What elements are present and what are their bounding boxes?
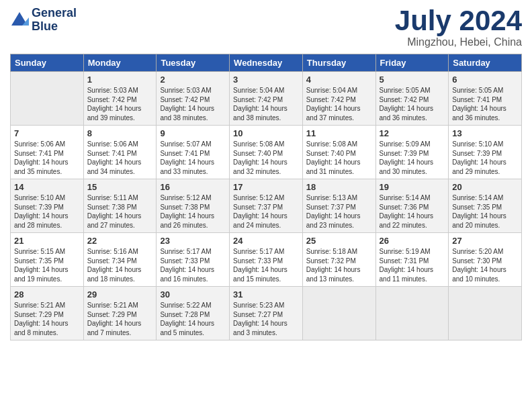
calendar-cell: 17Sunrise: 5:12 AM Sunset: 7:37 PM Dayli… — [230, 179, 303, 233]
cell-info: Sunrise: 5:17 AM Sunset: 7:33 PM Dayligh… — [160, 247, 226, 283]
cell-info: Sunrise: 5:16 AM Sunset: 7:34 PM Dayligh… — [87, 247, 153, 283]
cell-info: Sunrise: 5:14 AM Sunset: 7:36 PM Dayligh… — [380, 193, 445, 230]
day-number: 25 — [306, 236, 372, 246]
calendar-cell: 3Sunrise: 5:04 AM Sunset: 7:42 PM Daylig… — [230, 72, 303, 126]
cell-info: Sunrise: 5:11 AM Sunset: 7:38 PM Dayligh… — [87, 193, 153, 230]
day-number: 24 — [233, 236, 299, 246]
weekday-tuesday: Tuesday — [157, 54, 230, 72]
calendar-cell: 30Sunrise: 5:22 AM Sunset: 7:28 PM Dayli… — [157, 287, 230, 340]
day-number: 7 — [14, 128, 80, 138]
calendar-cell: 1Sunrise: 5:03 AM Sunset: 7:42 PM Daylig… — [83, 72, 157, 126]
weekday-wednesday: Wednesday — [230, 54, 303, 72]
day-number: 21 — [14, 236, 80, 246]
weekday-sunday: Sunday — [11, 54, 84, 72]
cell-info: Sunrise: 5:15 AM Sunset: 7:35 PM Dayligh… — [14, 247, 80, 283]
day-number: 27 — [452, 236, 518, 246]
weekday-saturday: Saturday — [449, 54, 522, 72]
logo-text: General Blue — [32, 7, 77, 34]
day-number: 17 — [233, 182, 299, 192]
day-number: 4 — [306, 75, 372, 85]
day-number: 6 — [452, 75, 518, 85]
weekday-monday: Monday — [83, 54, 157, 72]
cell-info: Sunrise: 5:04 AM Sunset: 7:42 PM Dayligh… — [233, 86, 299, 122]
day-number: 23 — [160, 236, 226, 246]
day-number: 26 — [380, 236, 445, 246]
logo-line2: Blue — [32, 20, 77, 34]
cell-info: Sunrise: 5:09 AM Sunset: 7:39 PM Dayligh… — [380, 140, 445, 176]
calendar-cell: 8Sunrise: 5:06 AM Sunset: 7:41 PM Daylig… — [83, 126, 157, 179]
cell-info: Sunrise: 5:17 AM Sunset: 7:33 PM Dayligh… — [233, 247, 299, 283]
day-number: 10 — [233, 128, 299, 138]
cell-info: Sunrise: 5:04 AM Sunset: 7:42 PM Dayligh… — [306, 86, 372, 122]
calendar-cell: 12Sunrise: 5:09 AM Sunset: 7:39 PM Dayli… — [375, 126, 449, 179]
day-number: 11 — [306, 128, 372, 138]
cell-info: Sunrise: 5:19 AM Sunset: 7:31 PM Dayligh… — [380, 247, 445, 283]
cell-info: Sunrise: 5:05 AM Sunset: 7:41 PM Dayligh… — [452, 86, 518, 122]
cell-info: Sunrise: 5:13 AM Sunset: 7:37 PM Dayligh… — [306, 193, 372, 230]
cell-info: Sunrise: 5:08 AM Sunset: 7:40 PM Dayligh… — [233, 140, 299, 176]
calendar-cell: 6Sunrise: 5:05 AM Sunset: 7:41 PM Daylig… — [449, 72, 522, 126]
calendar-cell: 21Sunrise: 5:15 AM Sunset: 7:35 PM Dayli… — [11, 233, 84, 287]
day-number: 1 — [87, 75, 153, 85]
cell-info: Sunrise: 5:03 AM Sunset: 7:42 PM Dayligh… — [160, 86, 226, 122]
cell-info: Sunrise: 5:06 AM Sunset: 7:41 PM Dayligh… — [87, 140, 153, 176]
page-container: General Blue July 2024 Mingzhou, Hebei, … — [0, 0, 532, 347]
day-number: 3 — [233, 75, 299, 85]
calendar-cell: 27Sunrise: 5:20 AM Sunset: 7:30 PM Dayli… — [449, 233, 522, 287]
cell-info: Sunrise: 5:18 AM Sunset: 7:32 PM Dayligh… — [306, 247, 372, 283]
calendar-cell: 24Sunrise: 5:17 AM Sunset: 7:33 PM Dayli… — [230, 233, 303, 287]
day-number: 20 — [452, 182, 518, 192]
weekday-thursday: Thursday — [302, 54, 375, 72]
calendar-week-1: 1Sunrise: 5:03 AM Sunset: 7:42 PM Daylig… — [11, 72, 522, 126]
calendar-week-3: 14Sunrise: 5:10 AM Sunset: 7:39 PM Dayli… — [11, 179, 522, 233]
calendar-cell: 15Sunrise: 5:11 AM Sunset: 7:38 PM Dayli… — [83, 179, 157, 233]
cell-info: Sunrise: 5:07 AM Sunset: 7:41 PM Dayligh… — [160, 140, 226, 176]
logo-icon — [10, 11, 29, 30]
cell-info: Sunrise: 5:05 AM Sunset: 7:42 PM Dayligh… — [380, 86, 445, 122]
header: General Blue July 2024 Mingzhou, Hebei, … — [10, 7, 522, 48]
calendar-cell: 16Sunrise: 5:12 AM Sunset: 7:38 PM Dayli… — [157, 179, 230, 233]
calendar-cell: 5Sunrise: 5:05 AM Sunset: 7:42 PM Daylig… — [375, 72, 449, 126]
calendar-cell: 10Sunrise: 5:08 AM Sunset: 7:40 PM Dayli… — [230, 126, 303, 179]
cell-info: Sunrise: 5:22 AM Sunset: 7:28 PM Dayligh… — [160, 301, 226, 337]
calendar-cell — [375, 287, 449, 340]
calendar-cell: 2Sunrise: 5:03 AM Sunset: 7:42 PM Daylig… — [157, 72, 230, 126]
calendar-week-5: 28Sunrise: 5:21 AM Sunset: 7:29 PM Dayli… — [11, 287, 522, 340]
calendar-cell: 14Sunrise: 5:10 AM Sunset: 7:39 PM Dayli… — [11, 179, 84, 233]
calendar-cell: 9Sunrise: 5:07 AM Sunset: 7:41 PM Daylig… — [157, 126, 230, 179]
day-number: 19 — [380, 182, 445, 192]
cell-info: Sunrise: 5:12 AM Sunset: 7:37 PM Dayligh… — [233, 193, 299, 230]
day-number: 12 — [380, 128, 445, 138]
calendar-week-4: 21Sunrise: 5:15 AM Sunset: 7:35 PM Dayli… — [11, 233, 522, 287]
day-number: 18 — [306, 182, 372, 192]
calendar-body: 1Sunrise: 5:03 AM Sunset: 7:42 PM Daylig… — [11, 72, 522, 340]
cell-info: Sunrise: 5:12 AM Sunset: 7:38 PM Dayligh… — [160, 193, 226, 230]
location: Mingzhou, Hebei, China — [395, 36, 522, 48]
cell-info: Sunrise: 5:10 AM Sunset: 7:39 PM Dayligh… — [14, 193, 80, 230]
calendar-cell: 13Sunrise: 5:10 AM Sunset: 7:39 PM Dayli… — [449, 126, 522, 179]
cell-info: Sunrise: 5:14 AM Sunset: 7:35 PM Dayligh… — [452, 193, 518, 230]
cell-info: Sunrise: 5:21 AM Sunset: 7:29 PM Dayligh… — [87, 301, 153, 337]
calendar-cell — [11, 72, 84, 126]
logo-line1: General — [32, 7, 77, 20]
day-number: 30 — [160, 289, 226, 300]
day-number: 22 — [87, 236, 153, 246]
day-number: 8 — [87, 128, 153, 138]
month-title: July 2024 — [395, 7, 522, 35]
day-number: 28 — [14, 289, 80, 300]
calendar-cell — [302, 287, 375, 340]
cell-info: Sunrise: 5:06 AM Sunset: 7:41 PM Dayligh… — [14, 140, 80, 176]
cell-info: Sunrise: 5:03 AM Sunset: 7:42 PM Dayligh… — [87, 86, 153, 122]
day-number: 16 — [160, 182, 226, 192]
calendar-cell: 4Sunrise: 5:04 AM Sunset: 7:42 PM Daylig… — [302, 72, 375, 126]
cell-info: Sunrise: 5:21 AM Sunset: 7:29 PM Dayligh… — [14, 301, 80, 337]
day-number: 13 — [452, 128, 518, 138]
calendar-cell: 26Sunrise: 5:19 AM Sunset: 7:31 PM Dayli… — [375, 233, 449, 287]
day-number: 2 — [160, 75, 226, 85]
calendar-cell: 23Sunrise: 5:17 AM Sunset: 7:33 PM Dayli… — [157, 233, 230, 287]
calendar-cell: 22Sunrise: 5:16 AM Sunset: 7:34 PM Dayli… — [83, 233, 157, 287]
calendar-cell: 29Sunrise: 5:21 AM Sunset: 7:29 PM Dayli… — [83, 287, 157, 340]
title-block: July 2024 Mingzhou, Hebei, China — [395, 7, 522, 48]
day-number: 31 — [233, 289, 299, 300]
cell-info: Sunrise: 5:20 AM Sunset: 7:30 PM Dayligh… — [452, 247, 518, 283]
